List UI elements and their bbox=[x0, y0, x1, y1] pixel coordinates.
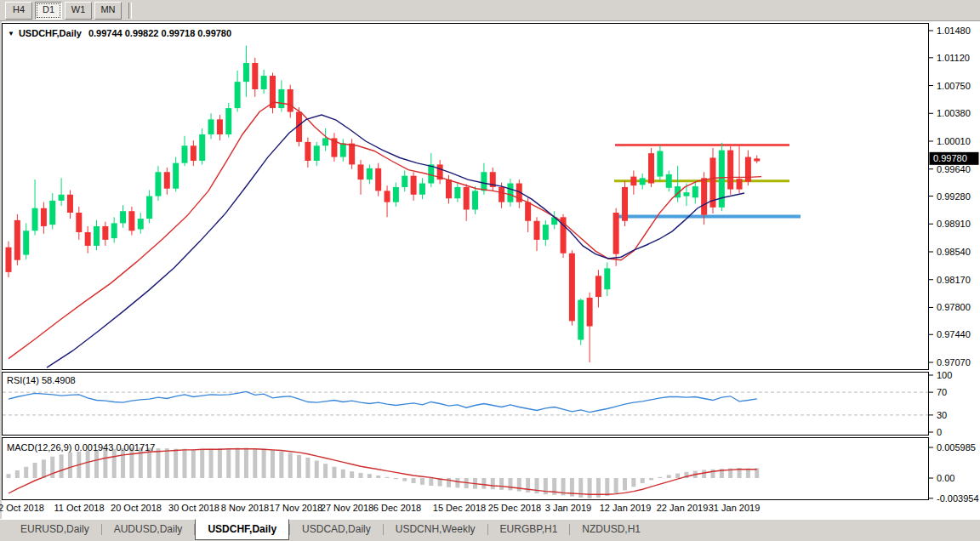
date-axis-label: 17 Nov 2018 bbox=[270, 503, 322, 513]
macd-bar bbox=[332, 467, 336, 478]
macd-bar bbox=[226, 448, 231, 478]
macd-bar bbox=[244, 448, 248, 478]
macd-bar bbox=[288, 453, 293, 478]
macd-bar bbox=[50, 457, 54, 478]
macd-bar bbox=[508, 478, 512, 490]
price-axis-label: 0.97440 bbox=[937, 329, 971, 339]
rsi-panel[interactable] bbox=[3, 373, 929, 436]
date-axis-label: 27 Nov 2018 bbox=[321, 503, 373, 513]
toolbar-divider bbox=[128, 3, 132, 19]
macd-bar bbox=[191, 449, 196, 478]
date-axis-label: 6 Dec 2018 bbox=[373, 503, 421, 513]
macd-axis-label: 0.00 bbox=[937, 473, 954, 483]
macd-bar bbox=[394, 478, 398, 479]
candle bbox=[710, 148, 716, 214]
macd-axis-label: -0.003954 bbox=[937, 493, 979, 504]
macd-bar bbox=[121, 448, 125, 478]
macd-bar bbox=[702, 470, 706, 478]
macd-bar bbox=[15, 470, 20, 478]
date-axis-label: 30 Oct 2018 bbox=[168, 503, 219, 513]
macd-bar bbox=[209, 449, 214, 478]
macd-bar bbox=[33, 463, 37, 478]
tab-audusd-daily[interactable]: AUDUSD,Daily bbox=[102, 520, 195, 539]
rsi-axis-label: 30 bbox=[937, 410, 947, 420]
candle bbox=[648, 148, 654, 187]
macd-bar bbox=[614, 478, 618, 493]
current-price-value: 0.99780 bbox=[933, 153, 967, 163]
price-axis-label: 0.99640 bbox=[937, 164, 971, 174]
macd-bar bbox=[68, 453, 72, 478]
tab-eurgbp-h1[interactable]: EURGBP,H1 bbox=[488, 520, 570, 539]
price-axis-label: 0.97070 bbox=[937, 357, 971, 367]
macd-bar bbox=[218, 448, 222, 478]
date-axis-label: 2 Oct 2018 bbox=[0, 503, 44, 513]
macd-bar bbox=[376, 476, 380, 478]
macd-bar bbox=[94, 450, 99, 478]
macd-bar bbox=[517, 478, 521, 492]
macd-bar bbox=[315, 461, 319, 478]
macd-indicator-label: MACD(12,26,9) 0.001943 0.001717 bbox=[7, 442, 155, 453]
macd-bar bbox=[412, 478, 416, 483]
macd-bar bbox=[183, 449, 187, 478]
macd-bar bbox=[103, 449, 107, 478]
price-axis-label: 1.01120 bbox=[937, 53, 970, 63]
macd-bar bbox=[253, 448, 257, 478]
macd-bar bbox=[675, 474, 680, 478]
ohlc-values: 0.99744 0.99822 0.99718 0.99780 bbox=[88, 28, 231, 38]
tab-usdchf-daily[interactable]: USDCHF,Daily bbox=[195, 519, 289, 540]
tab-usdcnh-weekly[interactable]: USDCNH,Weekly bbox=[384, 520, 487, 539]
price-axis-label: 0.98170 bbox=[937, 275, 971, 285]
macd-bar bbox=[420, 478, 424, 485]
macd-bar bbox=[385, 477, 390, 478]
macd-bar bbox=[262, 449, 266, 478]
chart-title-row: ▼USDCHF,Daily0.99744 0.99822 0.99718 0.9… bbox=[8, 28, 231, 38]
macd-bar bbox=[641, 478, 645, 483]
macd-bar bbox=[491, 478, 495, 489]
symbol-dropdown-icon[interactable]: ▼ bbox=[8, 30, 14, 37]
timeframe-button-h4[interactable]: H4 bbox=[5, 2, 32, 20]
macd-bar bbox=[24, 467, 28, 478]
candle bbox=[657, 145, 663, 181]
timeframe-toolbar: H4D1W1MN bbox=[0, 0, 980, 21]
macd-bar bbox=[156, 448, 160, 478]
macd-bar bbox=[588, 478, 592, 498]
macd-axis-label: 0.005985 bbox=[937, 442, 976, 453]
rsi-axis-label: 100 bbox=[937, 370, 952, 380]
date-axis-label: 31 Jan 2019 bbox=[709, 503, 761, 513]
macd-bar bbox=[429, 478, 433, 486]
timeframe-button-d1[interactable]: D1 bbox=[35, 2, 62, 20]
macd-bar bbox=[605, 478, 609, 496]
price-axis-label: 0.97800 bbox=[937, 302, 971, 312]
tab-usdcad-daily[interactable]: USDCAD,Daily bbox=[290, 520, 383, 539]
date-axis-label: 22 Jan 2019 bbox=[657, 503, 709, 513]
macd-bar bbox=[341, 470, 345, 478]
macd-bar bbox=[535, 478, 539, 493]
candle bbox=[14, 214, 20, 265]
date-axis-label: 11 Oct 2018 bbox=[54, 503, 104, 513]
macd-bar bbox=[658, 477, 662, 478]
tab-eurusd-daily[interactable]: EURUSD,Daily bbox=[9, 520, 101, 539]
macd-bar bbox=[323, 464, 328, 478]
date-axis-label: 15 Dec 2018 bbox=[433, 503, 486, 513]
timeframe-button-w1[interactable]: W1 bbox=[65, 2, 92, 20]
timeframe-button-mn[interactable]: MN bbox=[94, 2, 122, 20]
chart-tabs-bar: EURUSD,DailyAUDUSD,DailyUSDCHF,DailyUSDC… bbox=[0, 519, 980, 541]
candle bbox=[719, 143, 725, 211]
macd-bar bbox=[174, 449, 178, 478]
macd-bar bbox=[578, 478, 583, 498]
macd-bar bbox=[279, 452, 283, 478]
chart-canvas[interactable]: 1.014801.011201.007501.003801.000100.996… bbox=[0, 0, 980, 541]
macd-bar bbox=[455, 478, 459, 487]
macd-bar bbox=[236, 448, 240, 478]
macd-bar bbox=[499, 478, 504, 490]
price-axis-label: 1.01480 bbox=[937, 26, 971, 36]
macd-bar bbox=[631, 478, 635, 487]
tab-nzdusd-h1[interactable]: NZDUSD,H1 bbox=[570, 520, 652, 539]
macd-bar bbox=[350, 471, 354, 478]
rsi-indicator-label: RSI(14) 58.4908 bbox=[7, 375, 76, 385]
macd-bar bbox=[368, 474, 372, 478]
price-axis-label: 1.00750 bbox=[937, 81, 971, 91]
macd-bar bbox=[60, 454, 64, 478]
macd-bar bbox=[526, 478, 530, 493]
date-axis[interactable]: 2 Oct 201811 Oct 201820 Oct 201830 Oct 2… bbox=[0, 503, 760, 513]
